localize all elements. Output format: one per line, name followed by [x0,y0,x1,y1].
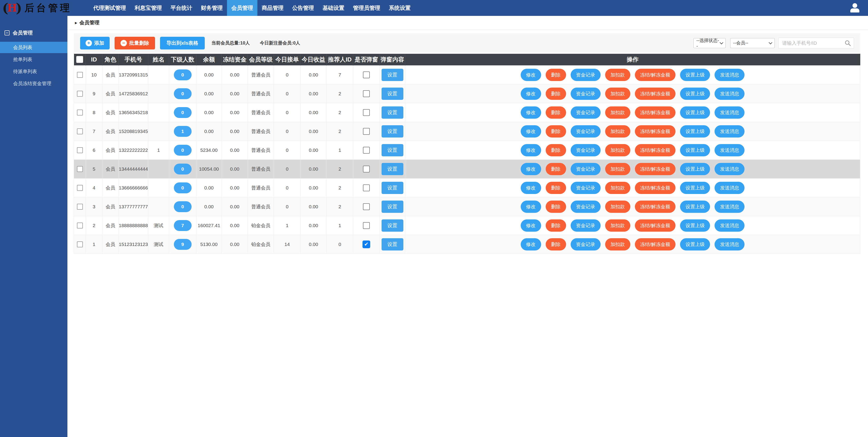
row-checkbox[interactable] [77,223,83,228]
popup-checkbox[interactable]: ✔ [363,222,370,229]
nav-item-system-settings[interactable]: 系统设置 [384,0,415,16]
action-freeze-unfreeze-button[interactable]: 冻结/解冻金额 [635,200,676,213]
action-set-superior-button[interactable]: 设置上级 [680,238,710,250]
action-edit-button[interactable]: 修改 [521,163,541,175]
row-checkbox[interactable] [77,185,83,191]
row-checkbox[interactable] [77,128,83,134]
popup-checkbox[interactable]: ✔ [363,147,370,154]
action-edit-button[interactable]: 修改 [521,200,541,213]
search-icon[interactable] [844,40,851,48]
action-adjust-amount-button[interactable]: 加扣款 [605,125,630,137]
subordinates-badge[interactable]: 0 [174,107,192,118]
action-set-superior-button[interactable]: 设置上级 [680,106,710,119]
subordinates-badge[interactable]: 0 [174,164,192,175]
action-edit-button[interactable]: 修改 [521,88,541,100]
action-edit-button[interactable]: 修改 [521,69,541,81]
action-delete-button[interactable]: 删除 [546,125,566,137]
action-send-message-button[interactable]: 发送消息 [715,182,745,194]
row-checkbox[interactable] [77,110,83,116]
action-adjust-amount-button[interactable]: 加扣款 [605,163,630,175]
action-delete-button[interactable]: 删除 [546,200,566,213]
sidebar-item-grab-orders[interactable]: 抢单列表 [0,54,67,65]
action-set-superior-button[interactable]: 设置上级 [680,200,710,213]
subordinates-badge[interactable]: 7 [174,220,192,231]
action-send-message-button[interactable]: 发送消息 [715,88,745,100]
action-send-message-button[interactable]: 发送消息 [715,125,745,137]
subordinates-badge[interactable]: 0 [174,88,192,99]
action-send-message-button[interactable]: 发送消息 [715,106,745,119]
action-edit-button[interactable]: 修改 [521,125,541,137]
row-checkbox[interactable] [77,91,83,97]
action-delete-button[interactable]: 删除 [546,106,566,119]
action-set-superior-button[interactable]: 设置上级 [680,125,710,137]
nav-item-announcements[interactable]: 公告管理 [288,0,318,16]
action-send-message-button[interactable]: 发送消息 [715,219,745,232]
nav-item-lixibao[interactable]: 利息宝管理 [130,0,166,16]
action-edit-button[interactable]: 修改 [521,144,541,156]
popup-checkbox[interactable]: ✔ [363,90,370,97]
action-freeze-unfreeze-button[interactable]: 冻结/解冻金额 [635,238,676,250]
action-set-superior-button[interactable]: 设置上级 [680,144,710,156]
action-adjust-amount-button[interactable]: 加扣款 [605,69,630,81]
action-send-message-button[interactable]: 发送消息 [715,238,745,250]
popup-checkbox[interactable]: ✔ [363,71,370,78]
export-xls-button[interactable]: 导出到xls表格 [160,37,205,50]
popup-content-set-button[interactable]: 设置 [381,144,403,156]
subordinates-badge[interactable]: 0 [174,201,192,212]
subordinates-badge[interactable]: 1 [174,126,192,137]
popup-content-set-button[interactable]: 设置 [381,219,403,232]
row-checkbox[interactable] [77,166,83,172]
row-checkbox[interactable] [77,147,83,153]
nav-item-agent-test[interactable]: 代理测试管理 [89,0,130,16]
action-delete-button[interactable]: 删除 [546,144,566,156]
nav-item-products[interactable]: 商品管理 [257,0,288,16]
action-send-message-button[interactable]: 发送消息 [715,163,745,175]
popup-content-set-button[interactable]: 设置 [381,69,403,81]
action-delete-button[interactable]: 删除 [546,69,566,81]
action-funds-record-button[interactable]: 资金记录 [571,163,600,175]
search-input[interactable] [778,38,854,49]
status-select[interactable]: --选择状态-- [693,38,726,48]
action-adjust-amount-button[interactable]: 加扣款 [605,144,630,156]
popup-content-set-button[interactable]: 设置 [381,182,403,194]
select-all-checkbox[interactable] [76,56,83,63]
action-adjust-amount-button[interactable]: 加扣款 [605,106,630,119]
action-freeze-unfreeze-button[interactable]: 冻结/解冻金额 [635,106,676,119]
sidebar-item-pending-orders[interactable]: 待派单列表 [0,66,67,77]
action-freeze-unfreeze-button[interactable]: 冻结/解冻金额 [635,125,676,137]
action-funds-record-button[interactable]: 资金记录 [571,125,600,137]
row-checkbox[interactable] [77,204,83,210]
action-adjust-amount-button[interactable]: 加扣款 [605,88,630,100]
action-set-superior-button[interactable]: 设置上级 [680,69,710,81]
subordinates-badge[interactable]: 9 [174,239,192,250]
user-menu[interactable] [850,3,860,13]
action-delete-button[interactable]: 删除 [546,182,566,194]
popup-content-set-button[interactable]: 设置 [381,238,403,250]
action-funds-record-button[interactable]: 资金记录 [571,200,600,213]
action-delete-button[interactable]: 删除 [546,219,566,232]
row-checkbox[interactable] [77,242,83,247]
popup-content-set-button[interactable]: 设置 [381,163,403,175]
action-freeze-unfreeze-button[interactable]: 冻结/解冻金额 [635,144,676,156]
action-freeze-unfreeze-button[interactable]: 冻结/解冻金额 [635,88,676,100]
action-send-message-button[interactable]: 发送消息 [715,200,745,213]
action-send-message-button[interactable]: 发送消息 [715,144,745,156]
nav-item-members[interactable]: 会员管理 [227,0,257,16]
action-freeze-unfreeze-button[interactable]: 冻结/解冻金额 [635,163,676,175]
action-delete-button[interactable]: 删除 [546,163,566,175]
action-set-superior-button[interactable]: 设置上级 [680,219,710,232]
action-freeze-unfreeze-button[interactable]: 冻结/解冻金额 [635,69,676,81]
subordinates-badge[interactable]: 0 [174,182,192,193]
action-freeze-unfreeze-button[interactable]: 冻结/解冻金额 [635,219,676,232]
popup-checkbox[interactable]: ✔ [363,166,370,173]
action-funds-record-button[interactable]: 资金记录 [571,182,600,194]
subordinates-badge[interactable]: 0 [174,145,192,156]
action-adjust-amount-button[interactable]: 加扣款 [605,182,630,194]
popup-checkbox[interactable]: ✔ [363,128,370,135]
popup-checkbox[interactable]: ✔ [363,184,370,191]
action-funds-record-button[interactable]: 资金记录 [571,88,600,100]
popup-content-set-button[interactable]: 设置 [381,88,403,100]
add-button[interactable]: + 添加 [80,37,110,50]
nav-item-finance[interactable]: 财务管理 [196,0,227,16]
nav-item-basic-settings[interactable]: 基础设置 [318,0,349,16]
